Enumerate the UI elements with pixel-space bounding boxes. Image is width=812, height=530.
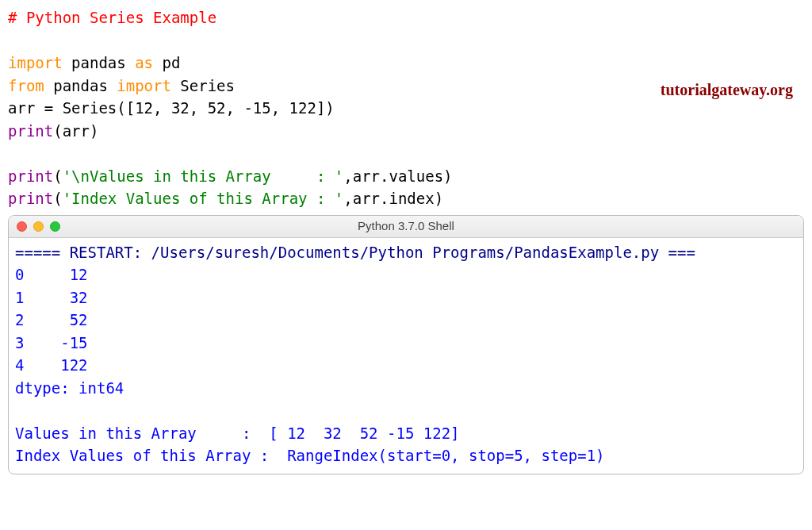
fn-print2: print bbox=[8, 167, 53, 185]
code-line-print-values: print('\nValues in this Array : ',arr.va… bbox=[8, 165, 804, 188]
maximize-icon[interactable] bbox=[50, 221, 60, 232]
shell-output: ===== RESTART: /Users/suresh/Documents/P… bbox=[9, 238, 803, 474]
code-line-print-arr: print(arr) bbox=[8, 120, 804, 143]
mod-pandas2: pandas bbox=[44, 77, 117, 94]
window-title: Python 3.7.0 Shell bbox=[9, 217, 803, 236]
blank-line bbox=[8, 29, 804, 52]
watermark-text: tutorialgateway.org bbox=[661, 78, 793, 102]
output-row: 0 12 bbox=[15, 263, 797, 286]
kw-from: from bbox=[8, 77, 44, 94]
blank-output bbox=[15, 399, 797, 422]
alias-pd: pd bbox=[153, 54, 180, 71]
output-row: 3 -15 bbox=[15, 332, 797, 355]
output-row: 2 52 bbox=[15, 309, 797, 332]
dtype-line: dtype: int64 bbox=[15, 377, 797, 400]
paren-open: ( bbox=[53, 167, 62, 185]
values-output: Values in this Array : [ 12 32 52 -15 12… bbox=[15, 422, 797, 445]
blank-line-2 bbox=[8, 142, 804, 165]
index-output: Index Values of this Array : RangeIndex(… bbox=[15, 444, 797, 467]
cls-series: Series bbox=[171, 77, 235, 94]
mod-pandas: pandas bbox=[63, 54, 136, 71]
close-icon[interactable] bbox=[17, 221, 27, 232]
code-line-import-pd: import pandas as pd bbox=[8, 52, 804, 75]
code-editor: # Python Series Example import pandas as… bbox=[8, 6, 804, 210]
restart-line: ===== RESTART: /Users/suresh/Documents/P… bbox=[15, 241, 797, 264]
print-args3: ,arr.index) bbox=[343, 190, 443, 207]
kw-import2: import bbox=[117, 77, 171, 94]
fn-print3: print bbox=[8, 190, 53, 207]
shell-window: Python 3.7.0 Shell ===== RESTART: /Users… bbox=[8, 215, 804, 474]
kw-as: as bbox=[135, 54, 153, 71]
traffic-lights bbox=[17, 221, 60, 232]
kw-import: import bbox=[8, 54, 63, 71]
paren-open2: ( bbox=[53, 190, 62, 207]
string-literal2: 'Index Values of this Array : ' bbox=[63, 190, 344, 207]
print-args: (arr) bbox=[53, 122, 98, 140]
code-comment: # Python Series Example bbox=[8, 6, 804, 29]
code-line-print-index: print('Index Values of this Array : ',ar… bbox=[8, 187, 804, 210]
minimize-icon[interactable] bbox=[33, 221, 44, 232]
output-row: 4 122 bbox=[15, 354, 797, 377]
fn-print: print bbox=[8, 122, 53, 140]
print-args2: ,arr.values) bbox=[343, 167, 452, 185]
string-literal: '\nValues in this Array : ' bbox=[63, 167, 344, 185]
window-titlebar: Python 3.7.0 Shell bbox=[9, 216, 803, 238]
output-row: 1 32 bbox=[15, 286, 797, 309]
